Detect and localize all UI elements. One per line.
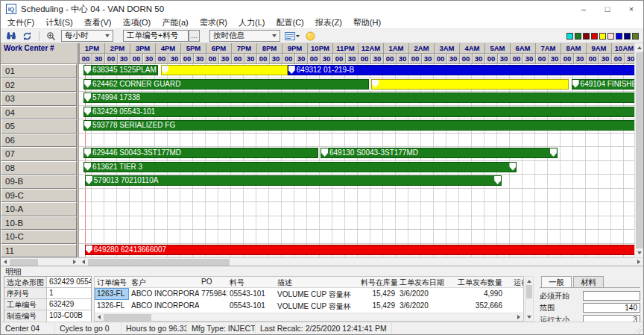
table-cell[interactable]: VOLUME CUP 容量杯 bbox=[275, 300, 359, 312]
work-center-row-label[interactable]: 08 bbox=[1, 161, 77, 175]
table-cell[interactable]: ABCO INCORPORATED bbox=[129, 288, 199, 300]
table-column-header[interactable]: 客户 bbox=[129, 277, 199, 287]
table-column-header[interactable]: 工单发布数量 bbox=[452, 277, 505, 287]
scroll-left-arrow-icon[interactable] bbox=[1, 258, 10, 266]
scrollbar-thumb[interactable] bbox=[526, 285, 532, 298]
table-row[interactable]: 1326-FLABCO INCORPORATED05543-101VOLUME … bbox=[95, 300, 523, 312]
table-row[interactable]: 1263-FLABCO INCORPORATED775984105543-101… bbox=[95, 288, 523, 300]
table-cell[interactable] bbox=[199, 300, 227, 312]
gantt-bar[interactable]: 649104 FINISHED G bbox=[572, 79, 634, 90]
close-button[interactable]: × bbox=[619, 1, 643, 17]
scrollbar-thumb[interactable] bbox=[104, 314, 151, 321]
scroll-right-arrow-icon[interactable] bbox=[70, 258, 79, 266]
form-field-value[interactable]: 103-C00B bbox=[47, 310, 91, 322]
minimize-button[interactable]: – bbox=[572, 1, 596, 17]
table-cell[interactable]: 352,666 bbox=[452, 300, 505, 312]
scrollbar-track[interactable] bbox=[230, 258, 634, 266]
menu-item[interactable]: 帮助(H) bbox=[353, 17, 381, 28]
table-column-header[interactable]: 运行剩 bbox=[505, 277, 524, 287]
scroll-right-arrow-icon[interactable] bbox=[514, 313, 523, 321]
table-cell[interactable]: ABCO INCORPORATED bbox=[129, 300, 199, 312]
work-center-row-label[interactable]: 11 bbox=[1, 244, 77, 258]
table-cell[interactable]: 4,990 bbox=[452, 288, 505, 300]
form-field-value[interactable]: 632429 05543- bbox=[47, 277, 91, 287]
table-cell[interactable]: 3/6/2020 bbox=[397, 288, 452, 300]
table-column-header[interactable]: 工单发布日期 bbox=[397, 277, 452, 287]
table-cell[interactable]: 376 bbox=[505, 288, 524, 300]
work-center-row-label[interactable]: 01 bbox=[1, 64, 77, 78]
refresh-icon[interactable] bbox=[21, 30, 34, 42]
table-cell[interactable]: 05543-101 bbox=[227, 300, 275, 312]
orders-table-hscrollbar[interactable] bbox=[95, 313, 523, 321]
work-center-row-label[interactable]: 10-A bbox=[1, 202, 77, 216]
gantt-bar[interactable]: 574994 17338 bbox=[83, 93, 634, 103]
gantt-bar[interactable]: 593778 SERIALIZED FG bbox=[83, 120, 634, 131]
gantt-bar[interactable] bbox=[161, 65, 288, 75]
scroll-up-arrow-icon[interactable] bbox=[635, 43, 643, 52]
gantt-vertical-scrollbar[interactable] bbox=[634, 43, 643, 257]
work-center-row-label[interactable]: 07 bbox=[1, 147, 77, 161]
table-column-header[interactable]: 料号在库量 bbox=[359, 277, 397, 287]
table-column-header[interactable]: 料号 bbox=[227, 277, 275, 287]
work-center-row-label[interactable]: 04 bbox=[1, 106, 77, 120]
work-center-row-label[interactable]: 10-C bbox=[1, 230, 77, 244]
field-chooser-icon[interactable] bbox=[284, 30, 300, 42]
scrollbar-track[interactable] bbox=[151, 313, 514, 321]
gantt-bar[interactable]: 624462 CORNER GUARD bbox=[83, 79, 369, 90]
work-center-row-label[interactable]: 09-B bbox=[1, 175, 77, 189]
scrollbar-thumb[interactable] bbox=[10, 259, 38, 266]
scroll-left-arrow-icon[interactable] bbox=[95, 313, 104, 321]
scrollbar-thumb[interactable] bbox=[88, 259, 230, 266]
scrollbar-track[interactable] bbox=[38, 258, 70, 266]
menu-item[interactable]: 文件(F) bbox=[7, 17, 34, 28]
interval-combo[interactable]: 每小时 bbox=[61, 30, 113, 42]
table-cell[interactable]: 376 bbox=[505, 300, 524, 312]
menu-item[interactable]: 产能(a) bbox=[162, 17, 188, 28]
gantt-bar[interactable] bbox=[371, 79, 569, 90]
table-column-header[interactable]: 描述 bbox=[275, 277, 359, 287]
gantt-bar[interactable]: 579013 70210110A bbox=[85, 175, 502, 186]
menu-item[interactable]: 需求(R) bbox=[200, 17, 227, 28]
gantt-bar[interactable]: 649312 01-219-B bbox=[288, 65, 634, 75]
scrollbar-track[interactable] bbox=[525, 298, 533, 313]
work-center-hscrollbar[interactable] bbox=[1, 257, 79, 266]
property-input[interactable]: 140 bbox=[583, 303, 640, 313]
gantt-hscrollbar[interactable] bbox=[79, 257, 643, 266]
scroll-down-arrow-icon[interactable] bbox=[635, 248, 643, 257]
zoom-in-icon[interactable] bbox=[45, 30, 57, 42]
menu-item[interactable]: 报表(Z) bbox=[315, 17, 342, 28]
menu-item[interactable]: 查看(V) bbox=[84, 17, 112, 28]
table-cell[interactable]: 05543-101 bbox=[227, 288, 275, 300]
work-center-row-label[interactable]: 02 bbox=[1, 78, 77, 93]
scroll-down-arrow-icon[interactable] bbox=[525, 313, 533, 321]
gantt-bar[interactable]: 613621 TIER 3 bbox=[83, 162, 517, 172]
gantt-bar[interactable]: 632429 05543-101 bbox=[83, 107, 634, 117]
gantt-bar[interactable]: 638345 1525PLAM bbox=[83, 65, 158, 75]
work-center-row-label[interactable]: 09-C bbox=[1, 189, 77, 203]
bar-label-browse-button[interactable]: … bbox=[189, 30, 200, 42]
work-center-row-label[interactable]: 06 bbox=[1, 134, 77, 148]
tab-材料[interactable]: 材料 bbox=[573, 276, 604, 287]
bar-label-combo[interactable]: 工单编号+料号 bbox=[123, 30, 189, 42]
help-ball-icon[interactable] bbox=[304, 30, 317, 42]
menu-item[interactable]: 人力(L) bbox=[239, 17, 265, 28]
maximize-button[interactable]: □ bbox=[596, 1, 619, 17]
table-cell[interactable]: 3/6/2020 bbox=[397, 300, 452, 312]
resize-grip[interactable] bbox=[634, 325, 643, 334]
table-column-header[interactable]: 订单编号 bbox=[95, 277, 129, 287]
table-cell[interactable]: 1326-FL bbox=[95, 300, 129, 312]
orders-table-vscrollbar[interactable] bbox=[525, 276, 534, 322]
table-cell[interactable]: 15,429 bbox=[359, 300, 397, 312]
table-cell[interactable]: 15,429 bbox=[359, 288, 397, 300]
find-binoculars-icon[interactable] bbox=[4, 30, 17, 42]
scroll-right-arrow-icon[interactable] bbox=[634, 258, 643, 266]
table-cell[interactable]: VOLUME CUP 容量杯 bbox=[275, 288, 359, 300]
table-cell[interactable]: 7759841 bbox=[199, 288, 227, 300]
table-column-header[interactable]: PO bbox=[199, 277, 227, 287]
gantt-bar[interactable]: 629446 S0043-3ST177MD bbox=[83, 148, 318, 158]
tab-一般[interactable]: 一般 bbox=[541, 276, 572, 287]
work-center-row-label[interactable]: 05 bbox=[1, 119, 77, 134]
scrollbar-thumb[interactable] bbox=[636, 52, 643, 248]
property-input[interactable] bbox=[583, 291, 640, 301]
scroll-left-arrow-icon[interactable] bbox=[79, 258, 88, 266]
